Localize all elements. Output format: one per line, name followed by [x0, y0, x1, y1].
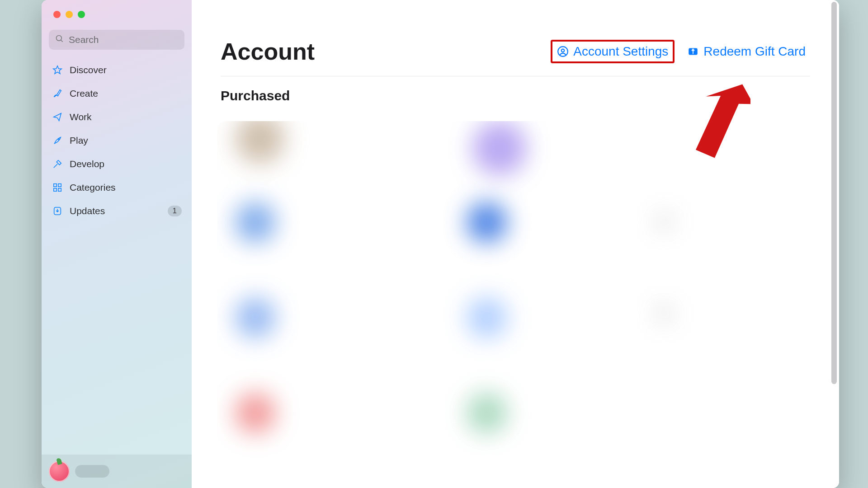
sidebar-item-label: Categories: [70, 182, 116, 193]
scrollbar-thumb[interactable]: [831, 2, 837, 384]
window-controls: [42, 0, 192, 18]
search-placeholder: Search: [69, 34, 99, 45]
sidebar-item-label: Create: [70, 88, 98, 99]
sidebar-nav: Discover Create Work Play: [42, 59, 192, 222]
account-settings-button[interactable]: Account Settings: [551, 40, 675, 63]
sidebar-item-label: Develop: [70, 159, 104, 169]
user-circle-icon: [557, 46, 569, 57]
sidebar-item-work[interactable]: Work: [47, 106, 186, 128]
sidebar-item-play[interactable]: Play: [47, 129, 186, 152]
sidebar-account-footer[interactable]: [42, 455, 192, 488]
redeem-gift-card-label: Redeem Gift Card: [703, 44, 806, 59]
svg-point-0: [57, 36, 62, 41]
window-minimize-button[interactable]: [66, 11, 73, 18]
sidebar-item-discover[interactable]: Discover: [47, 59, 186, 81]
purchased-section-title: Purchased: [221, 88, 810, 103]
download-icon: [52, 205, 63, 217]
page-title: Account: [221, 38, 315, 65]
sidebar-item-develop[interactable]: Develop: [47, 153, 186, 175]
search-icon: [55, 34, 64, 45]
sidebar-item-label: Updates: [70, 206, 105, 216]
svg-point-10: [561, 49, 565, 52]
sidebar-item-updates[interactable]: Updates 1: [47, 200, 186, 222]
window-close-button[interactable]: [53, 11, 61, 18]
sidebar-item-categories[interactable]: Categories: [47, 176, 186, 199]
star-icon: [52, 64, 63, 76]
avatar: [49, 461, 70, 482]
header-actions: Account Settings Redeem Gift Card: [551, 40, 810, 63]
svg-marker-2: [53, 66, 61, 74]
sidebar-item-create[interactable]: Create: [47, 82, 186, 105]
vertical-scrollbar[interactable]: [829, 0, 839, 488]
content-container: Account Account Settings Redeem Gift Car…: [192, 0, 839, 103]
svg-rect-5: [58, 184, 61, 187]
sidebar: Search Discover Create Work: [42, 0, 192, 488]
grid-icon: [52, 182, 63, 193]
rocket-icon: [52, 135, 63, 146]
gift-card-icon: [687, 46, 699, 57]
paperplane-icon: [52, 111, 63, 123]
account-settings-label: Account Settings: [573, 44, 668, 59]
svg-line-1: [61, 40, 63, 42]
sidebar-item-label: Work: [70, 112, 92, 122]
search-input[interactable]: Search: [49, 30, 184, 50]
redeem-gift-card-button[interactable]: Redeem Gift Card: [683, 42, 810, 61]
purchased-apps-blurred: [217, 121, 826, 488]
svg-point-3: [58, 139, 59, 140]
svg-rect-7: [58, 188, 61, 191]
window-maximize-button[interactable]: [78, 11, 85, 18]
svg-rect-6: [54, 188, 57, 191]
sidebar-item-label: Discover: [70, 65, 107, 75]
hammer-icon: [52, 158, 63, 170]
page-header: Account Account Settings Redeem Gift Car…: [221, 38, 810, 76]
main-content: Account Account Settings Redeem Gift Car…: [192, 0, 839, 488]
updates-badge: 1: [168, 206, 182, 216]
account-name-placeholder: [75, 465, 109, 478]
search-container: Search: [49, 30, 184, 50]
svg-rect-4: [54, 184, 57, 187]
app-window: Search Discover Create Work: [42, 0, 839, 488]
sidebar-item-label: Play: [70, 135, 88, 146]
brush-icon: [52, 88, 63, 99]
